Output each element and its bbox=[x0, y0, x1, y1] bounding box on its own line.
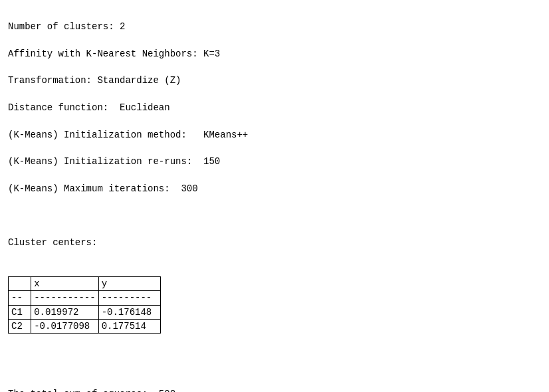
cc-c2-y: 0.177514 bbox=[98, 319, 160, 333]
affinity-line: Affinity with K-Nearest Neighbors: K=3 bbox=[8, 49, 220, 59]
cc-c1-x: 0.019972 bbox=[31, 305, 98, 319]
total-sum-line: The total sum of squares: 598 bbox=[8, 389, 175, 392]
results-content: Number of clusters: 2 Affinity with K-Ne… bbox=[8, 7, 541, 392]
cc-c1-y: -0.176148 bbox=[98, 305, 160, 319]
cluster-centers-table: x y -- ----------- --------- C1 0.019972… bbox=[8, 263, 161, 347]
cc-header-0 bbox=[9, 276, 31, 290]
cc-c2-label: C2 bbox=[9, 319, 31, 333]
cc-sep-2: --------- bbox=[98, 291, 160, 305]
cc-sep-0: -- bbox=[9, 291, 31, 305]
distance-line: Distance function: Euclidean bbox=[8, 102, 170, 113]
cc-c2-x: -0.0177098 bbox=[31, 319, 98, 333]
init-method-line: (K-Means) Initialization method: KMeans+… bbox=[8, 130, 248, 140]
cluster-centers-label: Cluster centers: bbox=[8, 237, 97, 248]
cc-header-2: y bbox=[98, 276, 160, 290]
init-reruns-line: (K-Means) Initialization re-runs: 150 bbox=[8, 156, 220, 167]
transformation-line: Transformation: Standardize (Z) bbox=[8, 75, 181, 86]
cc-header-1: x bbox=[31, 276, 98, 290]
cc-sep-1: ----------- bbox=[31, 291, 98, 305]
num-clusters-line: Number of clusters: 2 bbox=[8, 21, 125, 32]
cc-c1-label: C1 bbox=[9, 305, 31, 319]
max-iter-line: (K-Means) Maximum iterations: 300 bbox=[8, 183, 198, 194]
